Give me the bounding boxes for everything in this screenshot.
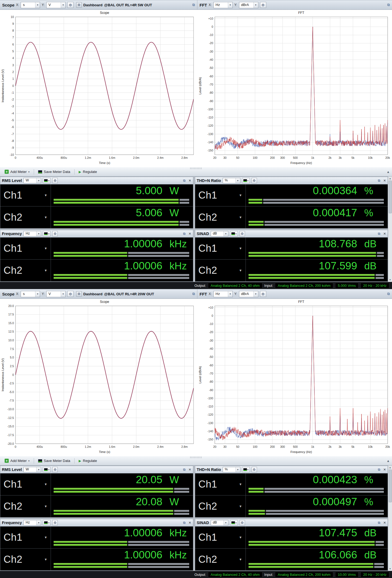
meter-style-icon[interactable]: ▾ [43, 178, 51, 183]
scope-y-units-dropdown[interactable]: V ▾ [46, 291, 66, 297]
meter-style-icon[interactable]: ▾ [43, 231, 51, 236]
channel-selector[interactable]: Ch2 ▼ [0, 549, 51, 570]
channel-selector[interactable]: Ch1 ▼ [0, 473, 51, 495]
meter-popout-icon[interactable]: ⧉ [378, 521, 380, 525]
meter-unit-dropdown[interactable]: % ▾ [223, 467, 240, 472]
scope-chart[interactable]: Scope0400u800u1.2m1.6m2.0m2.4m2.8m20.017… [0, 299, 197, 456]
meter-settings-gear-icon[interactable]: ⚙ [52, 231, 58, 236]
fft-settings-gear-icon[interactable]: ⚙ [260, 291, 266, 297]
scope-chart[interactable]: Scope0400u800u1.2m1.6m2.0m2.4m2.8m109876… [0, 10, 197, 167]
save-meter-data-button[interactable]: Save Meter Data [36, 457, 73, 464]
fft-y-units-dropdown[interactable]: dBrA ▾ [239, 291, 258, 297]
channel-selector[interactable]: Ch1 ▼ [195, 184, 246, 206]
channel-selector[interactable]: Ch1 ▼ [195, 473, 246, 495]
meter-close-icon[interactable]: ✕ [188, 521, 191, 525]
scope-x-units-dropdown[interactable]: s ▾ [21, 291, 40, 297]
scope-y-units-dropdown[interactable]: V ▾ [46, 2, 66, 8]
scrollbar-thumb[interactable] [389, 470, 392, 502]
meter-close-icon[interactable]: ✕ [188, 468, 191, 471]
channel-selector[interactable]: Ch2 ▼ [0, 260, 51, 281]
scroll-down-icon[interactable]: ▼ [389, 278, 391, 282]
fft-chart[interactable]: FFT2030501002003005001k2k3k5k10k20k+100-… [197, 299, 392, 456]
meter-popout-icon[interactable]: ⧉ [378, 179, 380, 182]
meter-style-icon[interactable]: ▾ [242, 178, 250, 183]
input-config-chip[interactable]: Analog Balanced 2 Ch, 200 kohm [275, 572, 333, 577]
channel-selector[interactable]: Ch1 ▼ [195, 527, 246, 548]
scope-popout-icon[interactable]: ⧉ [192, 3, 195, 7]
fft-x-units-dropdown[interactable]: Hz ▾ [213, 291, 233, 297]
meter-settings-gear-icon[interactable]: ⚙ [252, 178, 257, 183]
meter-settings-gear-icon[interactable]: ⚙ [240, 231, 245, 236]
splitter-handle[interactable] [190, 168, 202, 169]
meter-unit-dropdown[interactable]: Hz ▾ [23, 231, 41, 236]
input-config-chip[interactable]: Analog Balanced 2 Ch, 200 kohm [275, 283, 333, 288]
generator-level-chip[interactable]: 10.00 Vrms [335, 572, 359, 577]
bandwidth-chip[interactable]: 20 Hz - 20 kHz [360, 283, 389, 288]
add-meter-button[interactable]: + Add Meter ▾ [2, 168, 32, 175]
channel-selector[interactable]: Ch1 ▼ [0, 184, 51, 206]
meter-close-icon[interactable]: ✕ [188, 179, 191, 182]
meter-close-icon[interactable]: ✕ [383, 179, 386, 182]
meter-style-icon[interactable]: ▾ [230, 520, 238, 525]
scope-x-units-dropdown[interactable]: s ▾ [21, 2, 40, 8]
meter-unit-dropdown[interactable]: W ▾ [23, 178, 41, 183]
meter-settings-gear-icon[interactable]: ⚙ [52, 467, 58, 472]
meter-close-icon[interactable]: ✕ [188, 232, 191, 236]
scroll-down-icon[interactable]: ▼ [389, 567, 391, 571]
meter-style-icon[interactable]: ▾ [230, 231, 238, 236]
add-meter-button[interactable]: + Add Meter ▾ [2, 457, 32, 464]
meters-scrollbar[interactable]: ▲ ▼ [388, 466, 392, 571]
regulate-button[interactable]: ▶ Regulate [76, 457, 99, 464]
meter-unit-dropdown[interactable]: dB ▾ [211, 231, 228, 236]
meter-unit-dropdown[interactable]: Hz ▾ [23, 520, 41, 525]
meter-unit-dropdown[interactable]: dB ▾ [211, 520, 228, 525]
scope-popout-icon[interactable]: ⧉ [192, 292, 195, 296]
regulate-button[interactable]: ▶ Regulate [76, 168, 99, 175]
output-config-chip[interactable]: Analog Balanced 2 Ch, 40 ohm [208, 283, 262, 288]
meter-style-icon[interactable]: ▾ [242, 467, 250, 472]
meter-close-icon[interactable]: ✕ [383, 468, 386, 471]
scroll-up-icon[interactable]: ▲ [389, 177, 391, 181]
channel-selector[interactable]: Ch2 ▼ [195, 260, 246, 281]
fft-x-units-dropdown[interactable]: Hz ▾ [213, 2, 233, 8]
meter-popout-icon[interactable]: ⧉ [183, 179, 186, 182]
output-config-chip[interactable]: Analog Balanced 2 Ch, 40 ohm [208, 572, 262, 577]
fft-chart[interactable]: FFT2030501002003005001k2k3k5k10k20k+100-… [197, 10, 392, 167]
scope-settings-gear-icon[interactable]: ⚙ [67, 291, 74, 297]
dock-icon[interactable]: ▲ [387, 459, 390, 463]
channel-selector[interactable]: Ch2 ▼ [195, 495, 246, 517]
meter-unit-dropdown[interactable]: W ▾ [23, 467, 41, 472]
channel-selector[interactable]: Ch2 ▼ [0, 206, 51, 228]
channel-selector[interactable]: Ch1 ▼ [0, 527, 51, 548]
meter-settings-gear-icon[interactable]: ⚙ [240, 520, 245, 525]
meter-popout-icon[interactable]: ⧉ [378, 232, 380, 236]
meter-close-icon[interactable]: ✕ [383, 232, 386, 236]
meter-popout-icon[interactable]: ⧉ [378, 468, 380, 471]
dock-icon[interactable]: ▲ [387, 170, 390, 174]
meter-style-icon[interactable]: ▾ [43, 520, 51, 525]
channel-selector[interactable]: Ch2 ▼ [0, 495, 51, 517]
meter-style-icon[interactable]: ▾ [43, 467, 51, 472]
channel-selector[interactable]: Ch2 ▼ [195, 206, 246, 228]
meter-settings-gear-icon[interactable]: ⚙ [52, 178, 58, 183]
fft-popout-icon[interactable]: ⧉ [387, 3, 390, 7]
fft-y-units-dropdown[interactable]: dBrA ▾ [239, 2, 258, 8]
channel-selector[interactable]: Ch1 ▼ [195, 238, 246, 259]
meter-settings-gear-icon[interactable]: ⚙ [52, 520, 58, 525]
bandwidth-chip[interactable]: 20 Hz - 20 kHz [360, 572, 389, 577]
channel-selector[interactable]: Ch2 ▼ [195, 549, 246, 570]
meter-popout-icon[interactable]: ⧉ [183, 521, 186, 525]
channel-selector[interactable]: Ch1 ▼ [0, 238, 51, 259]
meters-scrollbar[interactable]: ▲ ▼ [388, 177, 392, 282]
dashboard-gear-icon[interactable]: ⚙ [76, 2, 82, 8]
scroll-up-icon[interactable]: ▲ [389, 466, 391, 470]
save-meter-data-button[interactable]: Save Meter Data [36, 168, 73, 175]
meter-popout-icon[interactable]: ⧉ [183, 468, 186, 471]
generator-level-chip[interactable]: 5.000 Vrms [335, 283, 359, 288]
meter-settings-gear-icon[interactable]: ⚙ [252, 467, 257, 472]
dashboard-gear-icon[interactable]: ⚙ [76, 291, 82, 297]
meter-close-icon[interactable]: ✕ [383, 521, 386, 525]
fft-popout-icon[interactable]: ⧉ [387, 292, 390, 296]
scope-settings-gear-icon[interactable]: ⚙ [67, 2, 74, 8]
fft-settings-gear-icon[interactable]: ⚙ [260, 2, 266, 8]
